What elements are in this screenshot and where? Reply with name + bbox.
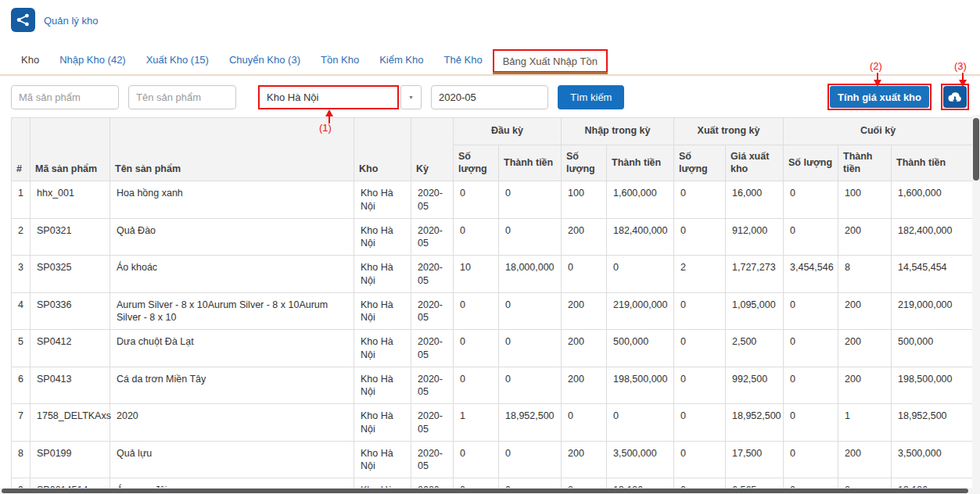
cell-dau-ky-sl: 1 bbox=[454, 404, 499, 442]
group-header-dau-ky: Đầu kỳ bbox=[454, 118, 562, 145]
cell-xuat-sl: 2 bbox=[674, 256, 726, 293]
tab-nhap-kho[interactable]: Nhập Kho (42) bbox=[49, 45, 136, 74]
product-name-input[interactable] bbox=[128, 85, 236, 109]
cell-nhap-sl: 200 bbox=[562, 367, 607, 404]
cell-kho: Kho Hà Nội bbox=[354, 367, 411, 404]
cell-dau-ky-sl: 0 bbox=[454, 218, 499, 256]
cell-ma-san-pham: SP0336 bbox=[31, 292, 110, 330]
annotation-box-2: Tính giá xuất kho bbox=[827, 84, 932, 110]
col-header-kho: Kho bbox=[354, 118, 411, 181]
cell-ten-san-pham: Áo khoác bbox=[110, 256, 354, 293]
cell-xuat-tt: 0 bbox=[784, 330, 838, 367]
app-logo[interactable] bbox=[11, 8, 35, 32]
cell-stt: 1 bbox=[12, 181, 31, 219]
cell-ky: 2020-05 bbox=[411, 367, 454, 404]
cell-xuat-tt: 0 bbox=[784, 404, 838, 442]
app-title: Quản lý kho bbox=[44, 15, 98, 27]
cell-dau-ky-tt: 0 bbox=[499, 478, 562, 488]
cell-gia-xuat-kho: 6.565 bbox=[726, 478, 784, 488]
cell-nhap-sl: 200 bbox=[562, 292, 607, 330]
product-code-input[interactable] bbox=[11, 85, 119, 109]
col-header-ma-san-pham: Mã sản phẩm bbox=[31, 118, 110, 181]
table-row: 6SP0413Cá da trơn Miền TâyKho Hà Nội2020… bbox=[12, 367, 973, 404]
horizontal-scrollbar[interactable] bbox=[0, 488, 972, 494]
cell-stt: 7 bbox=[12, 404, 31, 442]
tab-the-kho[interactable]: Thẻ Kho bbox=[434, 45, 493, 74]
cell-cuoi-ky-tt: 198,500,000 bbox=[892, 367, 972, 404]
cell-dau-ky-tt: 0 bbox=[499, 367, 562, 404]
cell-ma-san-pham: hhx_001 bbox=[31, 181, 110, 219]
cell-nhap-sl: 100 bbox=[562, 181, 607, 219]
sub-header-gia-xuat-kho: Giá xuất kho bbox=[726, 145, 784, 181]
cell-cuoi-ky-sl: 200 bbox=[838, 292, 892, 330]
vertical-scrollbar-thumb[interactable] bbox=[973, 118, 979, 181]
annotation-label-1: (1) bbox=[319, 122, 332, 134]
vertical-scrollbar[interactable] bbox=[972, 115, 980, 488]
tab-ton-kho[interactable]: Tồn Kho bbox=[311, 45, 369, 74]
sub-header-col-8: Thành tiền bbox=[838, 145, 892, 181]
share-network-icon bbox=[16, 13, 30, 27]
table-header-group-row: # Mã sản phẩm Tên sản phẩm Kho Kỳ Đầu kỳ… bbox=[12, 118, 973, 145]
cell-dau-ky-sl: 0 bbox=[454, 330, 499, 367]
table-row: 5SP0412Dưa chuột Đà LạtKho Hà Nội2020-05… bbox=[12, 330, 973, 367]
sub-header-col-7: Số lượng bbox=[784, 145, 838, 181]
tab-kiem-kho[interactable]: Kiểm Kho bbox=[369, 45, 433, 74]
cell-stt: 4 bbox=[12, 292, 31, 330]
cell-xuat-tt: 0 bbox=[784, 218, 838, 256]
tab-xuat-kho[interactable]: Xuất Kho (15) bbox=[136, 45, 219, 74]
chevron-down-icon[interactable]: ▼ bbox=[400, 85, 422, 109]
cell-kho: Kho Hà Nội bbox=[354, 181, 411, 219]
cell-gia-xuat-kho: 912,000 bbox=[726, 218, 784, 256]
cell-nhap-sl: 200 bbox=[562, 218, 607, 256]
cell-nhap-sl: 2 bbox=[562, 478, 607, 488]
cell-dau-ky-sl: 0 bbox=[454, 181, 499, 219]
download-button[interactable] bbox=[943, 86, 967, 108]
cell-dau-ky-sl: 0 bbox=[454, 292, 499, 330]
cell-cuoi-ky-tt: 500,000 bbox=[892, 330, 972, 367]
warehouse-select[interactable]: Kho Hà Nội bbox=[258, 85, 399, 109]
cell-nhap-tt: 0 bbox=[607, 256, 674, 293]
col-header-ky: Kỳ bbox=[411, 118, 454, 181]
cell-cuoi-ky-sl: 1 bbox=[838, 404, 892, 442]
horizontal-scrollbar-thumb[interactable] bbox=[2, 489, 968, 493]
cell-xuat-sl: 0 bbox=[674, 218, 726, 256]
cell-nhap-tt: 0 bbox=[607, 404, 674, 442]
period-input[interactable] bbox=[431, 85, 548, 109]
tab-kho[interactable]: Kho bbox=[11, 45, 49, 74]
cell-dau-ky-tt: 0 bbox=[499, 181, 562, 219]
cell-kho: Kho Hà Nội bbox=[354, 478, 411, 488]
table-row: 2SP0321Quả ĐàoKho Hà Nội2020-0500200182,… bbox=[12, 218, 973, 256]
cell-stt: 6 bbox=[12, 367, 31, 404]
cell-ma-san-pham: SP0199 bbox=[31, 441, 110, 478]
cell-dau-ky-tt: 0 bbox=[499, 441, 562, 478]
cell-stt: 9 bbox=[12, 478, 31, 488]
cell-xuat-tt: 0 bbox=[784, 181, 838, 219]
cell-nhap-sl: 200 bbox=[562, 330, 607, 367]
cell-dau-ky-sl: 10 bbox=[454, 256, 499, 293]
calc-export-price-button[interactable]: Tính giá xuất kho bbox=[830, 86, 929, 108]
cell-kho: Kho Hà Nội bbox=[354, 218, 411, 256]
search-button[interactable]: Tìm kiếm bbox=[558, 85, 624, 109]
tab-chuyen-kho[interactable]: Chuyển Kho (3) bbox=[219, 45, 311, 74]
cell-dau-ky-sl: 0 bbox=[454, 367, 499, 404]
cell-ma-san-pham: SP0413 bbox=[31, 367, 110, 404]
tab-bang-xuat-nhap-ton[interactable]: Bảng Xuất Nhập Tồn bbox=[493, 49, 608, 73]
cell-ky: 2020-05 bbox=[411, 181, 454, 219]
cell-ten-san-pham: Quả lựu bbox=[110, 441, 354, 478]
cell-cuoi-ky-tt: 1,600,000 bbox=[892, 181, 972, 219]
cell-xuat-tt: 0 bbox=[784, 292, 838, 330]
cell-dau-ky-tt: 0 bbox=[499, 218, 562, 256]
cell-gia-xuat-kho: 1,727,273 bbox=[726, 256, 784, 293]
cloud-download-icon bbox=[948, 91, 962, 103]
cell-gia-xuat-kho: 17,500 bbox=[726, 441, 784, 478]
cell-ky: 2020-05 bbox=[411, 478, 454, 488]
table-row: 3SP0325Áo khoácKho Hà Nội2020-051018,000… bbox=[12, 256, 973, 293]
cell-ten-san-pham: Dưa chuột Đà Lạt bbox=[110, 330, 354, 367]
cell-gia-xuat-kho: 1,095,000 bbox=[726, 292, 784, 330]
cell-gia-xuat-kho: 2,500 bbox=[726, 330, 784, 367]
cell-cuoi-ky-sl: 200 bbox=[838, 218, 892, 256]
cell-cuoi-ky-sl: 8 bbox=[838, 256, 892, 293]
col-header-ten-san-pham: Tên sản phẩm bbox=[110, 118, 354, 181]
annotation-arrow-2 bbox=[874, 80, 881, 87]
annotation-arrow-1 bbox=[325, 109, 333, 116]
